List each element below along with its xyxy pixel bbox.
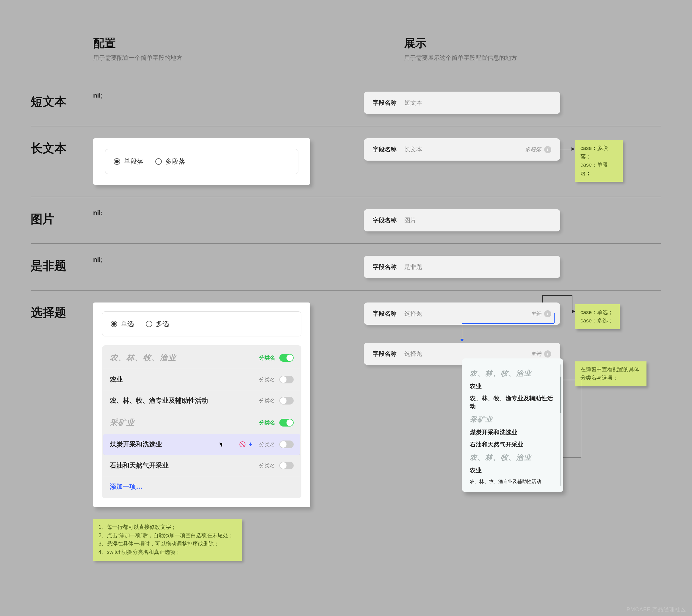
display-pill-long-text: 字段名称 长文本 多段落 i <box>364 138 560 161</box>
pill-value: 短文本 <box>404 99 551 107</box>
row-title: 短文本 <box>31 92 93 110</box>
popover-item[interactable]: 农、林、牧、渔专业及辅助性活动 <box>470 394 556 411</box>
pill-tag: 单选 <box>531 310 541 317</box>
radio-dot-icon <box>111 321 117 327</box>
row-title: 是非题 <box>31 256 93 274</box>
option-label[interactable]: 农、林、牧、渔专业及辅助性活动 <box>110 396 208 405</box>
info-icon[interactable]: i <box>544 350 551 357</box>
radio-single-paragraph[interactable]: 单段落 <box>114 157 144 166</box>
display-pill-image: 字段名称 图片 <box>364 209 560 232</box>
option-label[interactable]: 采矿业 <box>110 417 135 428</box>
pill-label: 字段名称 <box>373 263 396 271</box>
info-icon[interactable]: i <box>544 310 551 317</box>
switch-label: 分类名 <box>259 354 275 361</box>
category-switch[interactable] <box>279 376 294 383</box>
option-list: 农、林、牧、渔业 分类名 农业 分类名 农、 <box>102 345 301 498</box>
radio-label: 多段落 <box>166 157 185 166</box>
column-headers: 配置 用于需要配置一个简单字段的地方 展示 用于需要展示这个简单字段配置信息的地… <box>93 36 661 62</box>
category-switch[interactable] <box>279 419 294 426</box>
radio-dot-icon <box>155 158 162 165</box>
option-row[interactable]: 石油和天然气开采业 分类名 <box>103 455 300 476</box>
display-pill-short-text: 字段名称 短文本 <box>364 92 560 114</box>
category-switch[interactable] <box>279 462 294 469</box>
radio-dot-icon <box>114 158 120 165</box>
option-row-hovered[interactable]: 煤炭开采和洗选业 + 分类名 <box>103 434 300 455</box>
popover-item[interactable]: 农、林、牧、渔专业及辅助性活动 <box>470 479 556 485</box>
pill-tag: 单选 <box>531 350 541 357</box>
connector-line <box>563 457 581 458</box>
display-subtitle: 用于需要展示这个简单字段配置信息的地方 <box>404 54 661 62</box>
option-row[interactable]: 农、林、牧、渔专业及辅助性活动 分类名 <box>103 390 300 411</box>
sticky-note-config: 1、每一行都可以直接修改文字； 2、点击“添加一项”后，自动添加一项空白选项在末… <box>93 519 242 561</box>
popover-category: 农、林、牧、渔业 <box>470 369 556 378</box>
radio-label: 多选 <box>156 320 169 328</box>
popover-item[interactable]: 农业 <box>470 382 556 390</box>
row-choice: 选择题 单选 多选 农、林、牧、渔业 <box>31 290 661 596</box>
row-short-text: 短文本 nil; 字段名称 短文本 <box>31 80 661 126</box>
add-icon[interactable]: + <box>248 441 253 448</box>
connector-line <box>563 380 575 380</box>
add-option-row[interactable]: 添加一项… <box>103 476 300 497</box>
popover-item[interactable]: 煤炭开采和洗选业 <box>470 428 556 436</box>
connector-line <box>560 149 572 149</box>
connector-line-blue <box>462 323 554 324</box>
switch-label: 分类名 <box>259 376 275 383</box>
sticky-note-long-text: case：多段落； case：单段落； <box>575 140 623 182</box>
popover-category: 采矿业 <box>470 415 556 424</box>
display-title: 展示 <box>404 36 661 51</box>
radio-dot-icon <box>146 321 152 327</box>
connector-line <box>542 295 543 303</box>
choice-config-card: 单选 多选 农、林、牧、渔业 分类名 <box>93 303 310 507</box>
category-switch[interactable] <box>279 441 294 448</box>
select-mode-radio-group: 单选 多选 <box>102 311 301 336</box>
category-switch[interactable] <box>279 354 294 362</box>
switch-label: 分类名 <box>259 419 275 426</box>
connector-line <box>572 295 572 311</box>
pill-label: 字段名称 <box>373 216 396 224</box>
arrowhead-icon-blue <box>460 339 464 342</box>
choice-popover[interactable]: 农、林、牧、渔业 农业 农、林、牧、渔专业及辅助性活动 采矿业 煤炭开采和洗选业… <box>462 358 563 492</box>
option-row-category[interactable]: 采矿业 分类名 <box>103 411 300 434</box>
pill-label: 字段名称 <box>373 99 396 107</box>
row-title: 长文本 <box>31 138 93 156</box>
option-label[interactable]: 煤炭开采和洗选业 <box>110 440 162 449</box>
option-row[interactable]: 农业 分类名 <box>103 369 300 390</box>
sticky-note-choice-cases: case：单选； case：多选； <box>575 304 620 329</box>
row-image: 图片 nil; 字段名称 图片 <box>31 197 661 243</box>
pill-tag: 多段落 <box>525 146 541 153</box>
row-boolean: 是非题 nil; 字段名称 是非题 <box>31 243 661 290</box>
category-switch[interactable] <box>279 397 294 404</box>
arrowhead-icon <box>571 147 575 151</box>
info-icon[interactable]: i <box>544 146 551 153</box>
switch-label: 分类名 <box>259 441 275 448</box>
scrollbar[interactable] <box>560 365 561 486</box>
pill-value: 图片 <box>404 216 551 224</box>
radio-multi-paragraph[interactable]: 多段落 <box>155 157 185 166</box>
switch-label: 分类名 <box>259 462 275 469</box>
radio-multi-select[interactable]: 多选 <box>146 320 169 328</box>
cursor-icon <box>219 441 224 447</box>
pill-value: 选择题 <box>404 350 531 358</box>
display-pill-choice-1[interactable]: 字段名称 选择题 单选 i <box>364 303 560 325</box>
radio-label: 单选 <box>121 320 134 328</box>
option-label[interactable]: 农、林、牧、渔业 <box>110 352 176 363</box>
row-long-text: 长文本 单段落 多段落 字段名称 长文本 多段落 <box>31 126 661 197</box>
add-option-label: 添加一项… <box>110 482 143 491</box>
row-title: 选择题 <box>31 303 93 321</box>
delete-icon[interactable] <box>239 441 245 447</box>
popover-item[interactable]: 石油和天然气开采业 <box>470 441 556 448</box>
switch-label: 分类名 <box>259 397 275 404</box>
radio-label: 单段落 <box>124 157 144 166</box>
arrowhead-icon <box>572 310 575 313</box>
watermark: PMCAFF 产品经理社区 <box>627 606 686 613</box>
popover-item[interactable]: 农业 <box>470 466 556 475</box>
pill-label: 字段名称 <box>373 310 396 318</box>
config-nil: nil; <box>93 92 310 100</box>
radio-single-select[interactable]: 单选 <box>111 320 134 328</box>
popover-category: 农、林、牧、渔业 <box>470 453 556 462</box>
option-label[interactable]: 石油和天然气开采业 <box>110 461 169 470</box>
long-text-config-card: 单段落 多段落 <box>93 138 310 185</box>
connector-line-blue <box>554 313 555 323</box>
option-label[interactable]: 农业 <box>110 375 123 384</box>
option-row-category[interactable]: 农、林、牧、渔业 分类名 <box>103 347 300 369</box>
